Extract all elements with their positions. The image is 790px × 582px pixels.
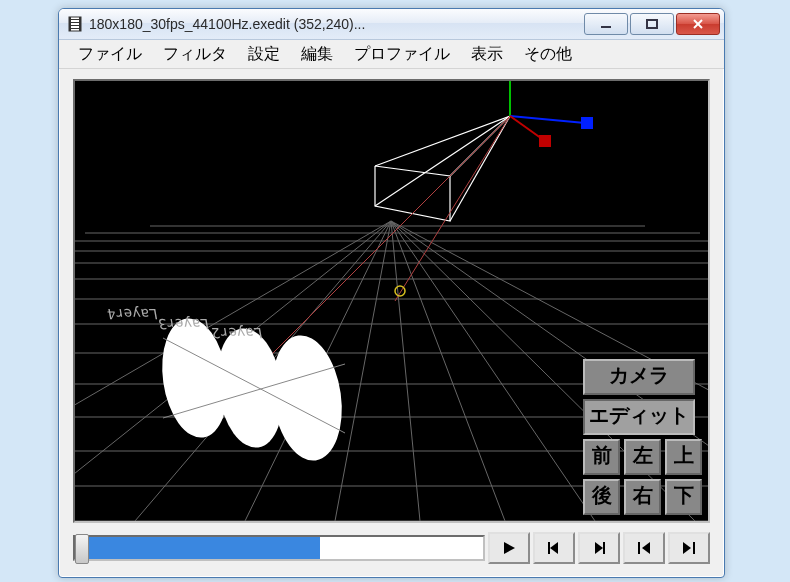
view-nav-panel: カメラ エディット 前 左 上 後 右 下 [583,359,702,515]
svg-rect-45 [581,117,593,129]
svg-rect-58 [548,542,550,554]
close-icon [692,18,704,30]
nav-right-button[interactable]: 右 [624,479,661,515]
svg-rect-47 [539,135,551,147]
app-window: 180x180_30fps_44100Hz.exedit (352,240)..… [58,8,725,578]
svg-line-37 [450,116,510,221]
titlebar[interactable]: 180x180_30fps_44100Hz.exedit (352,240)..… [59,9,724,40]
maximize-button[interactable] [630,13,674,35]
axis-gizmo [510,81,593,147]
viewport-3d[interactable]: Layer2 Layer3 Layer4 カメラ エディット 前 左 上 後 右… [73,79,710,523]
svg-line-40 [245,116,510,381]
seek-end-button[interactable] [668,532,710,564]
seek-slider[interactable] [73,535,485,561]
menubar: ファイル フィルタ 設定 編集 プロファイル 表示 その他 [59,40,724,69]
svg-line-44 [510,116,585,123]
nav-edit-button[interactable]: エディット [583,399,695,435]
svg-text:Layer4: Layer4 [106,306,159,322]
svg-line-42 [395,116,510,301]
step-back-button[interactable] [533,532,575,564]
svg-line-31 [391,221,505,521]
nav-camera-button[interactable]: カメラ [583,359,695,395]
seek-end-icon [681,540,697,556]
camera-frustum [375,116,510,221]
app-icon [67,16,83,32]
menu-settings[interactable]: 設定 [239,42,289,67]
seek-fill [75,537,320,559]
step-forward-button[interactable] [578,532,620,564]
svg-marker-63 [683,542,691,554]
svg-rect-3 [69,19,81,20]
svg-text:Layer3: Layer3 [157,316,210,332]
seek-start-button[interactable] [623,532,665,564]
svg-line-32 [391,221,595,521]
minimize-button[interactable] [584,13,628,35]
transport-bar [73,529,710,567]
svg-rect-60 [603,542,605,554]
svg-rect-5 [69,25,81,26]
svg-rect-4 [69,22,81,23]
nav-left-button[interactable]: 左 [624,439,661,475]
menu-view[interactable]: 表示 [462,42,512,67]
svg-rect-6 [69,28,81,29]
svg-marker-59 [595,542,603,554]
nav-front-button[interactable]: 前 [583,439,620,475]
svg-text:Layer2: Layer2 [210,325,263,341]
play-icon [501,540,517,556]
pivot-marker [395,286,405,296]
close-button[interactable] [676,13,720,35]
svg-rect-8 [647,20,657,28]
nav-bottom-button[interactable]: 下 [665,479,702,515]
svg-rect-64 [693,542,695,554]
svg-marker-56 [504,542,515,554]
seek-start-icon [636,540,652,556]
menu-filter[interactable]: フィルタ [154,42,236,67]
svg-marker-57 [550,542,558,554]
menu-file[interactable]: ファイル [69,42,151,67]
step-forward-icon [591,540,607,556]
svg-rect-61 [638,542,640,554]
play-button[interactable] [488,532,530,564]
svg-line-36 [375,116,510,206]
menu-other[interactable]: その他 [515,42,581,67]
svg-line-38 [375,116,510,166]
nav-back-button[interactable]: 後 [583,479,620,515]
step-back-icon [546,540,562,556]
maximize-icon [646,18,658,30]
window-buttons [584,13,720,35]
minimize-icon [600,18,612,30]
svg-line-30 [391,221,420,521]
svg-rect-7 [601,26,611,28]
menu-profile[interactable]: プロファイル [345,42,459,67]
window-title: 180x180_30fps_44100Hz.exedit (352,240)..… [89,16,584,32]
svg-marker-62 [642,542,650,554]
nav-top-button[interactable]: 上 [665,439,702,475]
svg-line-29 [335,221,391,521]
menu-edit[interactable]: 編集 [292,42,342,67]
seek-handle[interactable] [75,534,89,564]
